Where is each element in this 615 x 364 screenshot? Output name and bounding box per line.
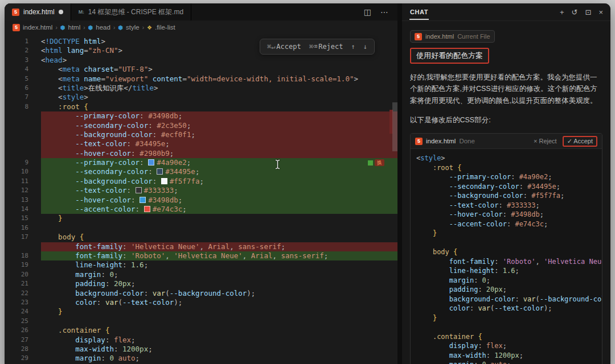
editor-scrollbar[interactable] — [392, 102, 397, 151]
code-token: = — [182, 75, 187, 83]
code-text: color: var(--text-color); — [41, 298, 397, 307]
context-file-name: index.html — [425, 33, 454, 40]
code-token: 0 — [478, 276, 486, 284]
chat-header: CHAT + ↺ ⊡ × — [402, 3, 610, 21]
line-number: 28 — [5, 345, 41, 354]
accept-button[interactable]: ✓ Accept — [563, 136, 597, 147]
code-token: ; — [191, 130, 195, 139]
code-token: var — [148, 289, 165, 297]
history-icon[interactable]: ↺ — [572, 8, 578, 16]
line-number: 3 — [5, 56, 41, 65]
code-token: title — [63, 84, 84, 92]
code-token: : — [127, 186, 136, 195]
code-token: ; — [187, 158, 191, 167]
markdown-file-icon: M↓ — [79, 9, 84, 15]
code-token — [41, 158, 75, 167]
code-token: ( — [165, 289, 170, 297]
code-text: background-color: var(--background-color… — [41, 289, 397, 298]
line-number: 5 — [5, 75, 41, 84]
code-token: lang — [63, 46, 84, 55]
code-token: : — [101, 270, 105, 279]
line-number: 12 — [5, 186, 41, 195]
code-text: <meta name="viewport" content="width=dev… — [41, 75, 397, 84]
code-token — [41, 307, 58, 316]
code-token — [41, 65, 58, 73]
code-token: > — [441, 154, 445, 162]
code-token: > — [118, 46, 123, 55]
code-token: .container — [433, 333, 474, 341]
code-token: } — [433, 314, 437, 322]
code-token: --accent-color — [75, 205, 135, 213]
breadcrumb-item[interactable]: index.html — [23, 24, 52, 31]
line-number: 19 — [5, 260, 41, 270]
breadcrumb-item[interactable]: head — [96, 24, 110, 31]
code-token: ; — [536, 201, 540, 209]
code-token: display — [449, 342, 478, 350]
code-line: 17 body { — [5, 233, 397, 242]
code-token: ; — [486, 276, 490, 284]
code-token — [41, 149, 75, 158]
reject-button[interactable]: × Reject — [534, 138, 557, 144]
code-token: margin — [75, 354, 101, 362]
breadcrumb-separator: › — [113, 24, 115, 31]
reject-button[interactable]: ⌘⌫Reject — [309, 43, 343, 51]
code-token: --primary-color — [75, 158, 140, 167]
code-token: ; — [507, 361, 511, 364]
panel-divider[interactable] — [397, 3, 402, 364]
code-token: ; — [519, 351, 523, 359]
code-line: display: flex; — [416, 341, 602, 351]
html-file-icon: 5 — [415, 138, 423, 145]
tab-crispe-md[interactable]: M↓ 14 框架思维 - CRISPE 框架.md — [71, 3, 191, 20]
code-token: : — [478, 342, 482, 350]
code-text: --text-color: #333333; — [41, 186, 397, 195]
color-swatch — [136, 187, 142, 193]
inline-change-marker: 换 — [368, 159, 384, 166]
chat-code-block: 5 index.html Done × Reject ✓ Accept <sty… — [410, 133, 602, 364]
code-token: --secondary-color — [75, 167, 148, 176]
line-number: 7 — [5, 93, 41, 102]
code-token — [41, 205, 75, 213]
code-token — [41, 251, 75, 260]
code-editor[interactable]: 1<!DOCTYPE html>2<html lang="zh-CN">3<he… — [5, 34, 397, 364]
code-token — [416, 314, 433, 322]
new-chat-icon[interactable]: + — [560, 8, 564, 16]
line-number: 23 — [5, 298, 41, 307]
code-token: !DOCTYPE — [46, 37, 80, 46]
next-change-button[interactable]: ↓ — [363, 43, 367, 51]
code-token: Arial — [204, 242, 229, 251]
editor-area: 5 index.html M↓ 14 框架思维 - CRISPE 框架.md ◫… — [5, 3, 397, 364]
code-token — [416, 248, 433, 256]
code-token: > — [354, 75, 358, 83]
code-token: ; — [148, 345, 153, 353]
code-token: > — [101, 37, 105, 46]
code-token — [416, 201, 449, 209]
prev-change-button[interactable]: ↑ — [351, 43, 355, 51]
breadcrumb-item[interactable]: html — [68, 24, 81, 31]
code-token: display — [75, 336, 105, 344]
unsaved-dot-icon[interactable] — [59, 10, 63, 14]
split-editor-icon[interactable]: ◫ — [364, 7, 371, 16]
accept-button[interactable]: ⌘↵Accept — [267, 43, 301, 51]
code-token: ; — [114, 270, 118, 279]
breadcrumb-item[interactable]: .file-list — [155, 24, 175, 31]
code-token: } — [58, 214, 63, 222]
code-token: ; — [131, 279, 136, 288]
tab-index-html[interactable]: 5 index.html — [5, 3, 71, 20]
code-block-status: Done — [459, 138, 475, 144]
code-token: 在线知识库 — [88, 84, 124, 92]
code-token: max-width — [75, 345, 114, 353]
line-number: 26 — [5, 326, 41, 335]
more-actions-icon[interactable]: ⋯ — [380, 7, 388, 16]
close-panel-icon[interactable]: × — [598, 8, 603, 16]
code-text: } — [416, 229, 602, 238]
context-file-chip[interactable]: 5 index.html Current File — [410, 30, 495, 43]
code-line: font-family: 'Helvetica Neue', Arial, sa… — [5, 242, 397, 251]
code-token: : — [131, 149, 136, 158]
breadcrumb-item[interactable]: style — [126, 24, 140, 31]
code-token — [41, 130, 75, 139]
code-token: #e74c3c — [511, 220, 544, 228]
chat-tab[interactable]: CHAT — [409, 5, 429, 20]
code-text: --text-color: #34495e; — [41, 139, 397, 148]
open-in-editor-icon[interactable]: ⊡ — [585, 8, 592, 16]
user-message: 使用好看的配色方案 — [410, 48, 489, 64]
